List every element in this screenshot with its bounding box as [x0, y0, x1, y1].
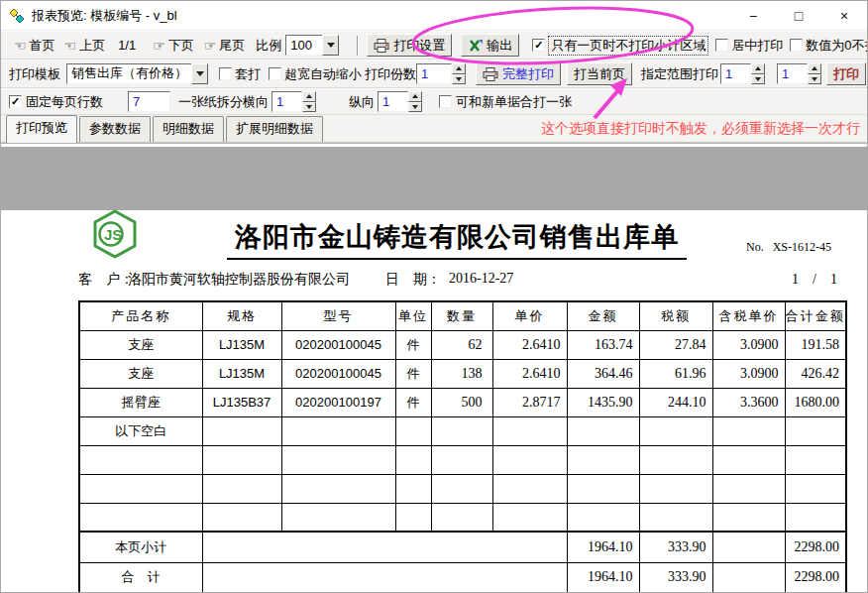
rows-per-page-value: 7	[133, 94, 140, 109]
hand-right-icon: ☞	[153, 39, 165, 53]
no-label: No.	[746, 240, 764, 255]
tab-parameter-data[interactable]: 参数数据	[79, 116, 151, 142]
spin-down-icon[interactable]	[408, 102, 422, 113]
document-number: No. XS-1612-45	[746, 240, 831, 255]
full-print-label: 完整打印	[502, 65, 554, 83]
first-page-label: 首页	[30, 37, 55, 55]
prev-page-button[interactable]: ☜ 上页	[61, 36, 109, 56]
minimize-button[interactable]: −	[730, 1, 776, 31]
next-page-button[interactable]: ☞ 下页	[150, 36, 197, 56]
print-button[interactable]: 打印	[826, 62, 866, 85]
split-vertical-input[interactable]: 1	[378, 91, 408, 112]
skip-subtotal-label[interactable]: 只有一页时不打印小计区域	[548, 36, 708, 56]
fixed-rows-checkbox[interactable]: ✓	[9, 95, 22, 108]
tab-print-preview[interactable]: 打印预览	[6, 115, 77, 143]
center-print-checkbox[interactable]	[715, 39, 728, 52]
range-from-stepper[interactable]	[751, 63, 765, 84]
copies-label: 打印份数	[365, 65, 416, 83]
full-print-button[interactable]: 完整打印	[476, 62, 561, 85]
table-row: 支座LJ135M 020200100045件 1382.6410 364.466…	[79, 359, 846, 388]
shrink-checkbox[interactable]	[269, 67, 281, 80]
split-vertical-value: 1	[382, 94, 389, 109]
scale-value: 100	[285, 35, 322, 56]
spin-up-icon[interactable]	[751, 63, 765, 74]
customer-name: 洛阳市黄河软轴控制器股份有限公司	[128, 271, 350, 289]
hand-left-icon: ☜	[14, 39, 27, 53]
printer-icon	[374, 39, 389, 53]
spin-down-icon[interactable]	[452, 74, 466, 85]
print-current-label: 打当前页	[574, 65, 625, 83]
template-label: 打印模板	[9, 65, 60, 83]
table-row: 支座LJ135M 020200100045件 622.6410 163.7427…	[79, 330, 846, 359]
excel-export-icon	[468, 39, 483, 53]
split-horizontal-stepper[interactable]	[302, 91, 316, 112]
chevron-down-icon[interactable]	[191, 63, 208, 84]
overlay-print-checkbox[interactable]	[219, 67, 232, 80]
chevron-down-icon[interactable]	[322, 35, 339, 56]
template-value: 销售出库（有价格）	[66, 63, 191, 84]
date-value: 2016-12-27	[449, 271, 513, 287]
spin-up-icon[interactable]	[302, 91, 316, 102]
first-page-button[interactable]: ☜ 首页	[11, 36, 58, 56]
spin-down-icon[interactable]	[751, 74, 765, 85]
date-label: 日 期：	[385, 271, 441, 289]
document-title: 洛阳市金山铸造有限公司销售出库单	[227, 219, 687, 260]
table-header-row: 产品名称规格 型号单位 数量单价 金额税额 含税单价合计金额	[79, 301, 846, 330]
range-to-value: 1	[782, 66, 789, 81]
zero-value-label[interactable]: 数值为0不打	[806, 37, 867, 55]
export-button[interactable]: 输出	[461, 34, 519, 57]
table-row: 以下空白	[79, 416, 846, 445]
shrink-label[interactable]: 超宽自动缩小	[284, 65, 362, 83]
spin-up-icon[interactable]	[452, 63, 466, 74]
tab-detail-data[interactable]: 明细数据	[153, 116, 224, 142]
copies-value: 1	[421, 66, 428, 81]
spin-down-icon[interactable]	[302, 102, 316, 113]
range-to-stepper[interactable]	[808, 63, 821, 84]
overlay-print-label[interactable]: 套打	[235, 65, 261, 83]
tab-strip: 打印预览 参数数据 明细数据 扩展明细数据 这个选项直接打印时不触发，必须重新选…	[1, 115, 867, 143]
zero-value-checkbox[interactable]	[790, 39, 803, 52]
page-subtotal-row: 本页小计 1964.10 333.90 2298.00	[79, 532, 846, 562]
title-bar: 报表预览: 模板编号 - v_bl − □ ×	[1, 1, 867, 31]
spin-down-icon[interactable]	[808, 74, 821, 85]
spin-up-icon[interactable]	[808, 63, 821, 74]
print-setup-button[interactable]: 打印设置	[367, 34, 452, 57]
next-page-label: 下页	[168, 37, 194, 55]
layout-toolbar: ✓ 固定每页行数 7 一张纸拆分横向 1 纵向 1 可和新单据合打一张	[1, 88, 867, 115]
combine-checkbox[interactable]	[439, 95, 452, 108]
tab-extended-detail-data[interactable]: 扩展明细数据	[226, 116, 323, 142]
window-title: 报表预览: 模板编号 - v_bl	[32, 7, 177, 25]
maximize-button[interactable]: □	[776, 1, 821, 31]
last-page-button[interactable]: ☞ 尾页	[201, 36, 249, 56]
spin-up-icon[interactable]	[408, 91, 422, 102]
print-current-button[interactable]: 打当前页	[567, 62, 632, 85]
combine-label[interactable]: 可和新单据合打一张	[456, 93, 572, 111]
grand-total-row: 合 计 1964.10 333.90 2298.00	[79, 562, 846, 593]
scale-label: 比例	[256, 37, 281, 55]
split-vertical-stepper[interactable]	[408, 91, 422, 112]
skip-subtotal-checkbox[interactable]: ✓	[532, 39, 545, 52]
split-vertical-label: 纵向	[349, 93, 375, 111]
range-from-value: 1	[725, 66, 732, 81]
fixed-rows-label[interactable]: 固定每页行数	[26, 93, 103, 111]
table-row	[79, 503, 846, 532]
split-horizontal-input[interactable]: 1	[271, 91, 302, 112]
rows-per-page-input[interactable]: 7	[128, 91, 170, 112]
hand-left-icon: ☜	[64, 39, 77, 53]
scale-combobox[interactable]: 100	[285, 35, 339, 57]
app-icon	[8, 7, 26, 25]
print-preview-pane[interactable]: JS 洛阳市金山铸造有限公司销售出库单 No. XS-1612-45 客 户： …	[1, 143, 868, 593]
center-print-label[interactable]: 居中打印	[731, 37, 783, 55]
template-combobox[interactable]: 销售出库（有价格）	[66, 63, 208, 85]
table-row: 摇臂座LJ135B37 020200100197件 5002.8717 1435…	[79, 388, 846, 416]
table-row	[79, 474, 846, 503]
customer-label: 客 户：	[78, 271, 134, 289]
range-to-input[interactable]: 1	[777, 63, 808, 84]
last-page-label: 尾页	[219, 37, 245, 55]
print-toolbar: 打印模板 销售出库（有价格） 套打 超宽自动缩小 打印份数 1 完整打印 打当前…	[1, 59, 867, 88]
copies-input[interactable]: 1	[416, 63, 452, 84]
close-button[interactable]: ×	[821, 1, 867, 31]
range-from-input[interactable]: 1	[720, 63, 751, 84]
copies-stepper[interactable]	[452, 63, 466, 84]
split-horizontal-value: 1	[276, 94, 283, 109]
